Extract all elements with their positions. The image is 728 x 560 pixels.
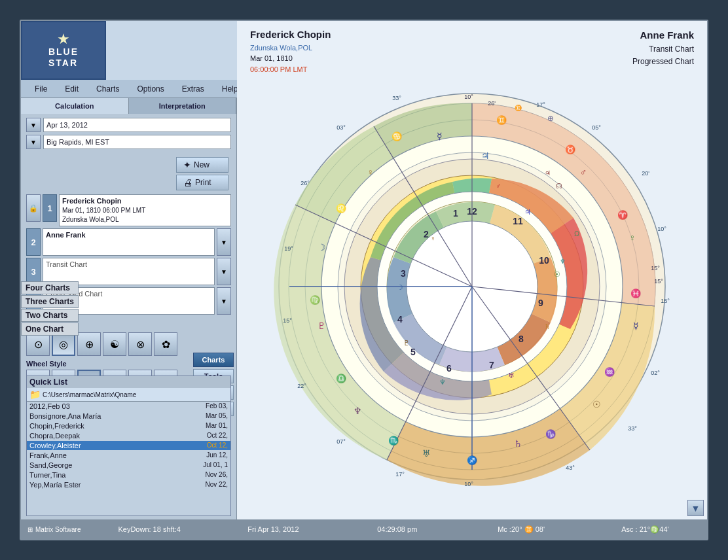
menu-charts[interactable]: Charts (89, 82, 126, 96)
list-item[interactable]: Turner,TinaNov 26, (27, 470, 230, 480)
svg-text:♇: ♇ (318, 321, 326, 331)
svg-text:♐: ♐ (467, 455, 478, 466)
list-item-name: Yep,María Ester (29, 481, 206, 489)
svg-text:33°: 33° (628, 425, 637, 432)
list-item-name: Chopin,Frederick (29, 422, 206, 430)
three-charts-label[interactable]: Three Charts (21, 295, 79, 308)
svg-text:2: 2 (424, 229, 429, 239)
list-item-date: Oct 12, (207, 442, 228, 449)
list-item-date: Jul 01, 1 (203, 461, 228, 469)
svg-text:10: 10 (539, 255, 549, 266)
menu-file[interactable]: File (27, 82, 54, 96)
date-dropdown-btn[interactable]: ▼ (26, 118, 41, 132)
quick-list-items[interactable]: 2012,Feb 03Feb 03,Bonsignore,Ana MaríaMa… (27, 402, 230, 503)
tab-interpretation[interactable]: Interpretation (129, 98, 237, 114)
svg-text:10°: 10° (657, 226, 666, 232)
status-logo: ⊞ Matrix Software (27, 526, 81, 533)
status-asc: Asc : 21°♍44' (590, 525, 701, 534)
star-icon: ★ (57, 32, 70, 46)
list-item-date: Mar 05, (206, 412, 228, 420)
wheel-size-4[interactable]: ☯ (103, 332, 126, 356)
list-item-name: Frank,Anne (29, 451, 206, 459)
svg-text:33°: 33° (392, 95, 401, 101)
slot-2-number: 2 (26, 228, 41, 256)
charts-btn[interactable]: Charts (193, 353, 234, 367)
path-text: C:\Users\marmac\Matrix\Qname (43, 391, 136, 398)
svg-text:10°: 10° (464, 481, 473, 487)
list-item[interactable]: Yep,María EsterNov 22, (27, 480, 230, 490)
tab-calculation[interactable]: Calculation (21, 98, 129, 114)
logo-area: ★ BLUESTAR (21, 21, 106, 80)
four-charts-label[interactable]: Four Charts (21, 281, 79, 294)
svg-text:♈: ♈ (617, 209, 628, 220)
wheel-size-6[interactable]: ✿ (154, 332, 177, 356)
svg-text:26°: 26° (300, 180, 310, 186)
svg-text:♆: ♆ (560, 258, 566, 265)
svg-text:☉: ☉ (554, 270, 560, 278)
svg-text:♃: ♃ (545, 169, 551, 177)
location-dropdown-btn[interactable]: ▼ (26, 135, 41, 149)
slot-1-number: 1 (43, 194, 57, 222)
status-bar: ⊞ Matrix Software KeyDown: 18 shft:4 Fri… (21, 519, 707, 539)
svg-text:♅: ♅ (508, 372, 515, 379)
svg-text:10°: 10° (464, 94, 473, 100)
right-chart-type1: Transit Chart (632, 43, 694, 56)
matrix-icon: ⊞ (27, 526, 33, 533)
svg-text:3: 3 (401, 268, 406, 279)
scroll-arrow[interactable]: ▼ (687, 500, 704, 516)
list-item[interactable]: Frank,AnneJun 12, (27, 451, 230, 461)
wheel-size-3[interactable]: ⊕ (77, 332, 101, 356)
wheel-size-5[interactable]: ⊗ (128, 332, 152, 356)
menu-edit[interactable]: Edit (58, 82, 86, 96)
list-item-name: Turner,Tina (29, 471, 206, 479)
two-charts-label[interactable]: Two Charts (21, 309, 79, 322)
menu-options[interactable]: Options (130, 82, 171, 96)
list-item[interactable]: Sand,GeorgeJul 01, 1 (27, 461, 230, 470)
one-chart-label[interactable]: One Chart (21, 323, 79, 336)
menu-extras[interactable]: Extras (175, 82, 211, 96)
svg-text:⊕: ⊕ (547, 114, 554, 123)
chart-count-labels: Four Charts Three Charts Two Charts One … (21, 281, 79, 336)
chart-svg-container: 12 11 10 9 8 7 6 5 4 3 2 1 10° ♊ 26' 15°… (244, 60, 701, 513)
svg-text:5: 5 (410, 347, 416, 357)
slot-2-dropdown[interactable]: ▼ (217, 228, 231, 256)
list-item-date: Nov 22, (206, 481, 228, 489)
list-item[interactable]: 2012,Feb 03Feb 03, (27, 402, 230, 411)
date-input-row: ▼ (26, 118, 231, 132)
list-item[interactable]: Chopra,DeepakOct 22, (27, 431, 230, 441)
logo-text: BLUESTAR (48, 46, 79, 69)
svg-text:19°: 19° (284, 245, 293, 252)
list-item[interactable]: Chopin,FrederickMar 01, (27, 421, 230, 431)
svg-text:♋: ♋ (391, 131, 403, 142)
svg-text:♓: ♓ (630, 288, 642, 299)
svg-text:♄: ♄ (544, 323, 551, 330)
print-button[interactable]: 🖨 Print (176, 175, 228, 190)
quick-list-path: 📁 C:\Users\marmac\Matrix\Qname (27, 388, 230, 402)
panel-tabs: Calculation Interpretation (21, 98, 236, 114)
svg-text:1: 1 (453, 208, 458, 219)
list-item-date: Feb 03, (206, 402, 228, 410)
svg-text:15°: 15° (651, 265, 660, 271)
svg-text:♀: ♀ (367, 167, 374, 177)
svg-text:03°: 03° (337, 124, 346, 131)
svg-text:20': 20' (642, 170, 649, 177)
svg-text:6: 6 (446, 363, 452, 374)
svg-text:☿: ☿ (633, 321, 639, 331)
left-location: Zdunska Wola,POL (250, 43, 331, 54)
svg-text:♑: ♑ (545, 429, 556, 440)
list-item[interactable]: Crowley,AleisterOct 12, (27, 441, 230, 451)
slot-3-dropdown[interactable]: ▼ (217, 258, 231, 285)
quick-list-header: Quick List (27, 376, 230, 388)
svg-text:05°: 05° (592, 124, 601, 131)
svg-text:9: 9 (538, 298, 543, 308)
new-button[interactable]: ✦ New (176, 157, 228, 173)
list-item-name: Sand,George (29, 461, 203, 469)
slot-1-lock[interactable]: 🔒 (26, 194, 41, 222)
svg-text:♃: ♃ (481, 150, 490, 161)
list-item[interactable]: Bonsignore,Ana MaríaMar 05, (27, 411, 230, 421)
app-window: ★ BLUESTAR File Edit Charts Options Extr… (20, 20, 708, 540)
slot-4-dropdown[interactable]: ▼ (217, 287, 231, 315)
date-field[interactable] (43, 118, 231, 132)
svg-text:11: 11 (513, 216, 523, 226)
location-field[interactable] (43, 135, 231, 149)
